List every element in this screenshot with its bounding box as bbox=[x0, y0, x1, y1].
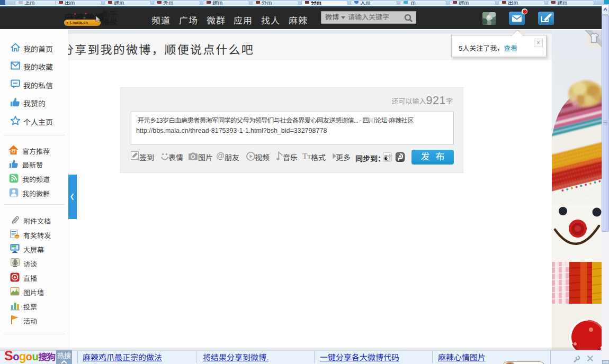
svg-text:荐: 荐 bbox=[11, 148, 16, 154]
